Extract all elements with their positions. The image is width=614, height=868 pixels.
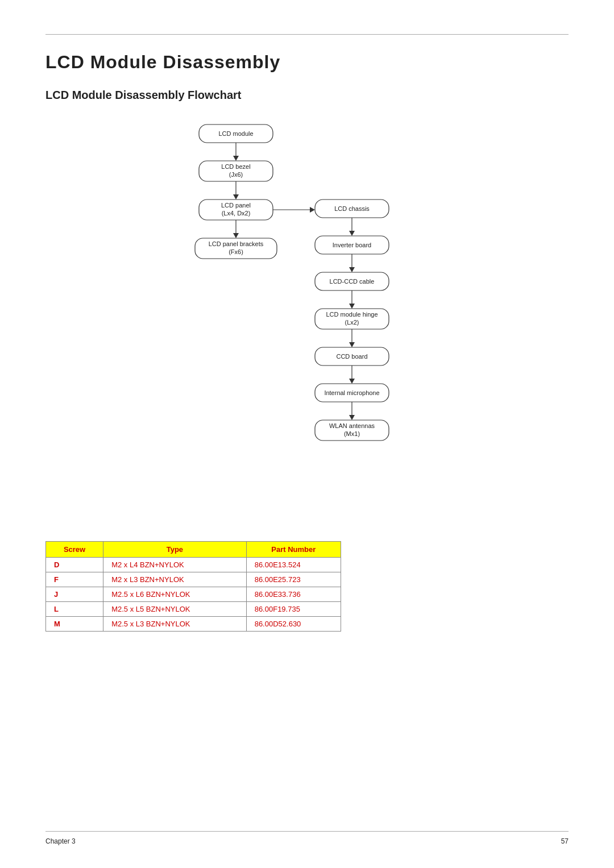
cell-part-number: 86.00F19.735 — [246, 602, 341, 617]
svg-text:(Jx6): (Jx6) — [229, 171, 243, 178]
svg-text:LCD panel brackets: LCD panel brackets — [209, 240, 264, 247]
footer: Chapter 3 57 — [45, 831, 569, 845]
cell-part-number: 86.00E25.723 — [246, 572, 341, 587]
svg-marker-13 — [310, 207, 315, 213]
cell-part-number: 86.00E33.736 — [246, 587, 341, 602]
cell-type: M2.5 x L6 BZN+NYLOK — [103, 587, 247, 602]
svg-marker-3 — [233, 156, 239, 161]
cell-screw: M — [46, 617, 103, 632]
header-part-number: Part Number — [246, 542, 341, 558]
svg-text:(Lx4, Dx2): (Lx4, Dx2) — [222, 210, 251, 217]
cell-type: M2 x L3 BZN+NYLOK — [103, 572, 247, 587]
section-title: LCD Module Disassembly Flowchart — [45, 89, 569, 102]
header-type: Type — [103, 542, 247, 558]
svg-marker-26 — [349, 267, 355, 272]
svg-marker-35 — [349, 342, 355, 347]
cell-screw: D — [46, 558, 103, 572]
svg-marker-15 — [233, 233, 239, 238]
svg-text:LCD bezel: LCD bezel — [221, 163, 250, 170]
flowchart-container: .fbox { fill: white; stroke: #333; strok… — [142, 119, 472, 518]
cell-part-number: 86.00E13.524 — [246, 558, 341, 572]
svg-text:(Lx2): (Lx2) — [345, 319, 359, 326]
footer-chapter: Chapter 3 — [45, 837, 76, 845]
flowchart-svg: .fbox { fill: white; stroke: #333; strok… — [142, 119, 472, 517]
svg-text:Internal microphone: Internal microphone — [324, 389, 379, 396]
cell-screw: J — [46, 587, 103, 602]
svg-marker-8 — [233, 194, 239, 200]
svg-text:LCD chassis: LCD chassis — [334, 205, 370, 212]
table-row: MM2.5 x L3 BZN+NYLOK86.00D52.630 — [46, 617, 341, 632]
table-row: FM2 x L3 BZN+NYLOK86.00E25.723 — [46, 572, 341, 587]
page: LCD Module Disassembly LCD Module Disass… — [0, 0, 614, 868]
svg-marker-22 — [349, 231, 355, 236]
cell-type: M2 x L4 BZN+NYLOK — [103, 558, 247, 572]
table-row: JM2.5 x L6 BZN+NYLOK86.00E33.736 — [46, 587, 341, 602]
cell-screw: F — [46, 572, 103, 587]
table-row: DM2 x L4 BZN+NYLOK86.00E13.524 — [46, 558, 341, 572]
svg-marker-30 — [349, 304, 355, 309]
svg-text:LCD module hinge: LCD module hinge — [326, 311, 377, 318]
cell-part-number: 86.00D52.630 — [246, 617, 341, 632]
svg-text:(Fx6): (Fx6) — [229, 248, 243, 255]
screw-table: Screw Type Part Number DM2 x L4 BZN+NYLO… — [45, 541, 341, 632]
svg-text:LCD-CCD cable: LCD-CCD cable — [330, 278, 375, 285]
footer-page-number: 57 — [561, 837, 569, 845]
page-title: LCD Module Disassembly — [45, 52, 569, 73]
svg-marker-43 — [349, 415, 355, 420]
svg-text:WLAN antennas: WLAN antennas — [329, 422, 375, 429]
svg-text:CCD board: CCD board — [336, 353, 367, 360]
cell-type: M2.5 x L5 BZN+NYLOK — [103, 602, 247, 617]
svg-text:LCD module: LCD module — [218, 130, 253, 137]
top-divider — [45, 34, 569, 35]
table-header-row: Screw Type Part Number — [46, 542, 341, 558]
svg-text:LCD panel: LCD panel — [221, 202, 251, 209]
header-screw: Screw — [46, 542, 103, 558]
table-row: LM2.5 x L5 BZN+NYLOK86.00F19.735 — [46, 602, 341, 617]
cell-screw: L — [46, 602, 103, 617]
cell-type: M2.5 x L3 BZN+NYLOK — [103, 617, 247, 632]
svg-text:(Mx1): (Mx1) — [344, 430, 360, 437]
svg-marker-39 — [349, 379, 355, 384]
screw-table-container: Screw Type Part Number DM2 x L4 BZN+NYLO… — [45, 541, 569, 632]
svg-text:Inverter board: Inverter board — [333, 242, 371, 248]
